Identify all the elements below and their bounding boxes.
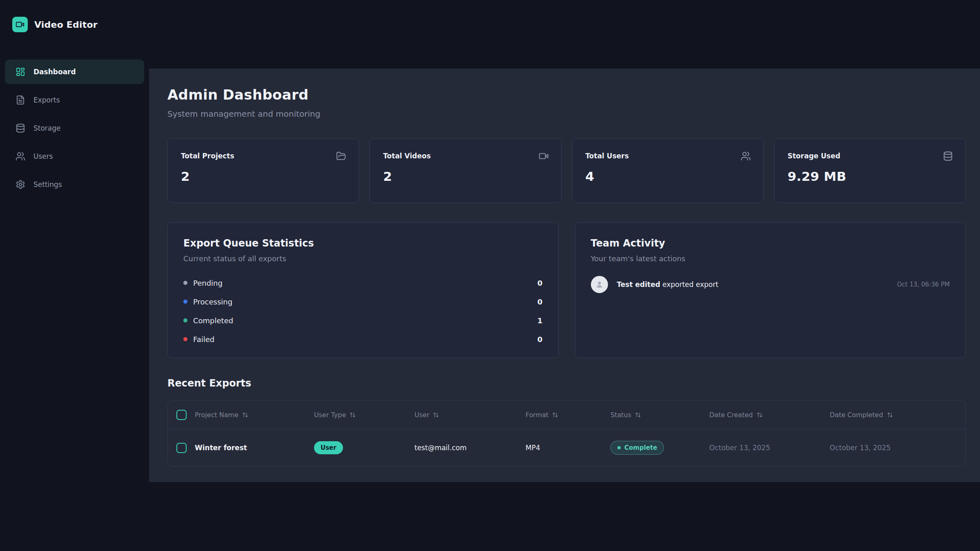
column-label: Project Name [195,411,238,419]
page-subtitle: System management and monitoring [167,109,966,119]
table-header-row: Project Name User Type User Format Statu… [168,401,965,429]
stat-label: Total Videos [383,152,548,160]
sidebar-item-label: Settings [33,180,62,189]
queue-label: Completed [193,316,233,325]
table-row[interactable]: Winter forest User test@mail.com MP4 Com… [168,429,965,466]
sidebar-item-exports[interactable]: Exports [5,88,144,112]
queue-value: 1 [537,316,543,325]
column-label: Status [610,411,631,419]
stat-card-total-users: Total Users 4 [572,138,764,203]
queue-row-failed: Failed 0 [183,330,543,349]
database-icon [943,151,953,161]
stat-value: 4 [586,169,750,184]
queue-list: Pending 0 Processing 0 Completed 1 Faile… [183,273,543,349]
cell-project-name: Winter forest [195,444,314,452]
stat-label: Storage Used [788,152,952,160]
row-select-cell [168,443,195,453]
queue-label: Pending [193,279,223,287]
gear-icon [16,180,25,189]
column-header-project-name[interactable]: Project Name [195,411,314,419]
column-header-date-completed[interactable]: Date Completed [830,411,965,419]
panel-subtitle: Current status of all exports [183,254,543,263]
sort-icon [552,412,558,418]
sidebar-item-dashboard[interactable]: Dashboard [5,60,144,84]
app-title: Video Editor [34,20,98,30]
dashboard-icon [16,67,25,77]
panel-title: Export Queue Statistics [183,238,543,249]
column-label: Date Completed [830,411,883,419]
sidebar-item-label: Users [33,152,53,160]
select-all-cell [168,410,195,420]
queue-row-processing: Processing 0 [183,292,543,311]
activity-timestamp: Oct 13, 06:36 PM [897,281,950,288]
activity-item: Test edited exported export Oct 13, 06:3… [591,276,950,293]
file-text-icon [16,95,25,105]
app-logo: Video Editor [12,16,144,33]
status-badge: Complete [610,441,664,455]
activity-text: Test edited exported export [617,280,719,289]
column-label: User Type [314,411,346,419]
export-queue-panel: Export Queue Statistics Current status o… [167,222,559,358]
status-dot [617,446,621,449]
database-icon [16,123,25,133]
processing-status-dot [183,300,187,304]
column-label: Format [526,411,548,419]
stat-value: 2 [181,169,345,184]
column-header-format[interactable]: Format [526,411,610,419]
activity-actor: Test edited [617,280,660,289]
page-title: Admin Dashboard [167,87,966,103]
sort-icon [887,412,893,418]
queue-row-completed: Completed 1 [183,311,543,330]
sidebar-item-storage[interactable]: Storage [5,116,144,140]
users-icon [16,151,25,161]
recent-exports-table: Project Name User Type User Format Statu… [167,400,966,467]
users-icon [741,151,751,161]
sort-icon [242,412,248,418]
folder-open-icon [336,151,346,161]
queue-label: Processing [193,298,232,306]
stat-value: 2 [383,169,548,184]
column-header-date-created[interactable]: Date Created [709,411,830,419]
sort-icon [350,412,356,418]
queue-value: 0 [537,298,543,306]
queue-value: 0 [537,335,543,344]
user-type-badge: User [314,441,343,454]
team-activity-panel: Team Activity Your team's latest actions… [575,222,966,358]
panel-subtitle: Your team's latest actions [591,254,950,263]
sidebar-item-settings[interactable]: Settings [5,172,144,197]
cell-date-completed: October 13, 2025 [830,444,965,452]
video-camera-logo-icon [12,17,28,32]
pending-status-dot [183,281,187,285]
cell-user-email: test@mail.com [414,444,526,452]
column-label: User [414,411,429,419]
sort-icon [433,412,439,418]
column-header-status[interactable]: Status [610,411,709,419]
sort-icon [757,412,763,418]
sidebar-item-users[interactable]: Users [5,144,144,169]
queue-label: Failed [193,335,214,344]
stat-label: Total Users [586,152,750,160]
panel-title: Team Activity [591,238,950,249]
queue-value: 0 [537,279,543,287]
avatar [591,276,608,293]
stat-value: 9.29 MB [788,169,952,184]
column-header-user[interactable]: User [414,411,526,419]
cell-status: Complete [610,441,709,455]
row-checkbox[interactable] [176,443,187,453]
select-all-checkbox[interactable] [176,410,187,420]
sidebar-item-label: Dashboard [33,68,76,76]
stat-label: Total Projects [181,152,345,160]
cell-user-type: User [314,441,414,454]
completed-status-dot [183,318,187,322]
activity-action: exported export [662,280,718,289]
column-header-user-type[interactable]: User Type [314,411,414,419]
stats-row: Total Projects 2 Total Videos 2 Total Us… [167,138,966,203]
stat-card-storage-used: Storage Used 9.29 MB [774,138,966,203]
middle-panels: Export Queue Statistics Current status o… [167,222,966,358]
sidebar: Video Editor Dashboard Exports Storage U… [0,0,149,551]
column-label: Date Created [709,411,753,419]
queue-row-pending: Pending 0 [183,273,543,292]
stat-card-total-videos: Total Videos 2 [370,138,561,203]
main-content: Admin Dashboard System management and mo… [149,69,980,482]
sidebar-item-label: Storage [33,124,61,132]
